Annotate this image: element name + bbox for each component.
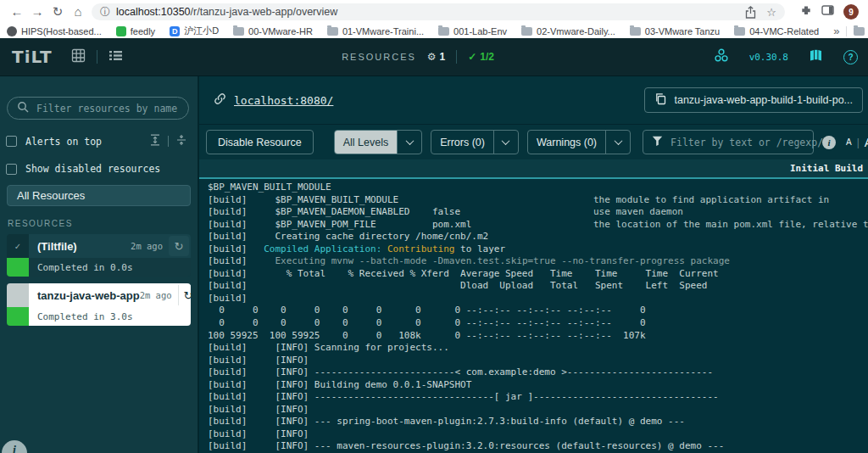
screen: ← → ↻ ⌂ ⓘ localhost:10350/r/tanzu-java-w… (0, 0, 868, 453)
disable-resource-button[interactable]: Disable Resource (206, 130, 314, 154)
bookmark-item[interactable]: 03-VMware Tanzu (630, 26, 720, 36)
log-line: [build] [INFO] Building demo 0.0.1-SNAPS… (208, 379, 868, 392)
bookmark-label: feedly (131, 26, 155, 36)
endpoint-bar: localhost:8080/ tanzu-java-web-app-build… (199, 76, 868, 125)
address-bar[interactable]: ⓘ localhost:10350/r/tanzu-java-web-app/o… (92, 3, 785, 20)
folder-icon (630, 27, 641, 36)
bookmarks-overflow-chevron[interactable]: » (833, 25, 839, 37)
log-line-description: use maven daemon (593, 206, 683, 219)
resource-update-status-icon (7, 283, 29, 307)
sidebar: Filter resources by name Alerts on top (0, 76, 199, 453)
log-level-label[interactable]: All Levels (335, 131, 398, 154)
resource-filter-input[interactable]: Filter resources by name (7, 97, 189, 120)
expand-icon[interactable] (149, 134, 161, 148)
bookmark-item[interactable]: HIPS(Host-based... (7, 26, 102, 36)
site-info-icon[interactable]: ⓘ (100, 5, 110, 20)
docs-icon[interactable] (809, 48, 823, 65)
chevron-down-icon (614, 137, 622, 145)
warnings-dropdown[interactable] (605, 131, 630, 154)
home-button[interactable]: ⌂ (68, 0, 88, 24)
resource-item-tiltfile[interactable]: ✓ (Tiltfile) 2m ago ↻ Completed in 0.0s (7, 234, 191, 277)
log-line: [build] [INFO] --- maven-resources-plugi… (208, 440, 868, 453)
show-disabled-row[interactable]: Show disabled resources (6, 163, 187, 175)
show-disabled-label: Show disabled resources (25, 163, 160, 175)
density-divider (168, 136, 169, 147)
font-size-increase-button[interactable]: A (865, 136, 868, 149)
alerts-on-top-label: Alerts on top (25, 136, 102, 148)
warnings-filter[interactable]: Warnings (0) (527, 130, 631, 154)
trigger-update-button[interactable]: ↻ (178, 285, 191, 305)
tab-panel-icon[interactable] (821, 4, 834, 20)
font-size-decrease-button[interactable]: A (846, 137, 852, 147)
browser-actions: 9 (793, 4, 859, 20)
bookmark-item[interactable]: 02-Vmware-Daily... (521, 26, 615, 36)
log-level-dropdown[interactable] (397, 131, 421, 154)
font-size-control: A | A (846, 136, 868, 149)
log-line: $BP_MAVEN_BUILT_MODULE (208, 182, 868, 194)
collapse-icon[interactable] (175, 134, 187, 148)
help-icon[interactable]: ? (843, 50, 858, 64)
folder-icon (734, 27, 745, 36)
bookmark-item[interactable]: D 沪江小D (170, 25, 219, 37)
bookmarks-overflow: » その他のブックマ... (833, 25, 868, 37)
resource-list: ✓ (Tiltfile) 2m ago ↻ Completed in 0.0s … (7, 234, 191, 326)
bookmark-label: 01-VMware-Traini... (342, 26, 424, 36)
log-line: [build] [INFO] (208, 404, 868, 417)
resource-filter-placeholder: Filter resources by name (36, 103, 177, 115)
warnings-filter-label[interactable]: Warnings (0) (528, 131, 605, 154)
resource-item-header[interactable]: (Tiltfile) 2m ago ↻ (29, 234, 191, 258)
list-view-icon[interactable] (108, 49, 123, 65)
alerts-on-top-row[interactable]: Alerts on top (6, 134, 187, 148)
tilt-logo[interactable]: TiLT (0, 47, 71, 67)
errors-filter-label[interactable]: Errors (0) (431, 131, 493, 154)
bookmark-item[interactable]: 01-VMware-Traini... (327, 26, 424, 36)
bookmark-item[interactable]: 00-VMware-HR (233, 26, 313, 36)
resource-item-tanzu-java-web-app[interactable]: tanzu-java-web-app 2m ago ↻ Completed in… (7, 283, 191, 326)
log-line: [build] [INFO] -------------------------… (208, 366, 868, 379)
resource-last-build-time: 2m ago (131, 241, 169, 251)
extensions-icon[interactable] (800, 4, 812, 20)
chevron-down-icon (405, 137, 414, 145)
feedly-icon (116, 26, 126, 36)
snapshot-icon[interactable] (714, 48, 729, 66)
trigger-update-button[interactable]: ↻ (169, 236, 189, 256)
endpoint-link[interactable]: localhost:8080/ (214, 92, 333, 108)
other-bookmarks[interactable]: その他のブックマ... (854, 25, 868, 37)
url-text: localhost:10350/r/tanzu-java-web-app/ove… (116, 6, 337, 18)
log-pane[interactable]: $BP_MAVEN_BUILT_MODULE[build] $BP_MAVEN_… (199, 179, 868, 453)
gear-icon: ⚙ (427, 51, 437, 63)
bookmark-item[interactable]: 04-VMC-Related (734, 26, 819, 36)
log-level-filter[interactable]: All Levels (334, 130, 423, 154)
bookmark-item[interactable]: 001-Lab-Env (438, 26, 507, 36)
hips-icon (7, 26, 17, 36)
forward-button[interactable]: → (27, 0, 47, 24)
reload-button[interactable]: ↻ (47, 0, 68, 24)
filter-info-icon[interactable]: i (822, 136, 836, 149)
tilt-version[interactable]: v0.30.8 (749, 52, 788, 63)
bookmark-star-icon[interactable]: ☆ (766, 6, 776, 19)
all-resources-button[interactable]: All Resources (7, 185, 191, 206)
alerts-on-top-checkbox[interactable] (6, 136, 17, 147)
resource-item-header[interactable]: tanzu-java-web-app 2m ago ↻ (29, 283, 191, 307)
log-line: [build] [INFO] Scanning for projects... (208, 342, 868, 355)
browser-profile-avatar[interactable]: 9 (843, 4, 859, 20)
search-icon (17, 101, 29, 116)
show-disabled-checkbox[interactable] (6, 164, 17, 175)
errors-dropdown[interactable] (493, 131, 518, 154)
back-button[interactable]: ← (7, 0, 27, 24)
share-icon[interactable] (745, 6, 756, 19)
log-filter-input[interactable]: Filter by text or /regexp/ (643, 130, 814, 154)
bookmark-label: 04-VMC-Related (749, 26, 819, 36)
bookmarks-bar: HIPS(Host-based... feedly D 沪江小D 00-VMwa… (0, 24, 868, 38)
log-line: [build] $BP_MAVEN_POM_FILE pom.xmlthe lo… (208, 219, 868, 232)
bookmark-item[interactable]: feedly (116, 26, 155, 36)
pending-resources-count: ⚙1 (427, 51, 445, 63)
link-icon (214, 92, 226, 108)
errors-filter[interactable]: Errors (0) (431, 130, 519, 154)
log-line-description: the module to find application artifact … (593, 194, 829, 207)
log-line: [build] Executing mvnw --batch-mode -Dma… (208, 255, 868, 268)
view-toggles (71, 48, 123, 66)
copy-pod-name-button[interactable]: tanzu-java-web-app-build-1-build-po... (644, 87, 863, 113)
log-line: 0 0 0 0 0 0 0 0 --:--:-- --:--:-- --:--:… (208, 305, 868, 317)
grid-view-icon[interactable] (71, 48, 86, 66)
